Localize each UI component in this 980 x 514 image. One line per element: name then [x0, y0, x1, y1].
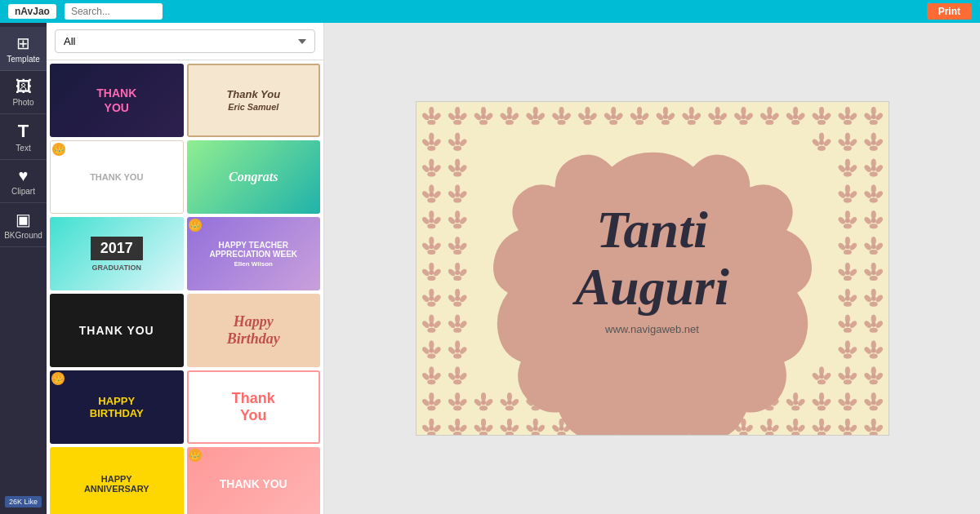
- template-icon: ⊞: [16, 33, 30, 53]
- sidebar-item-label-photo: Photo: [12, 98, 33, 107]
- sidebar-item-bkground[interactable]: ▣ BKGround: [0, 203, 47, 247]
- text-icon: T: [18, 121, 29, 142]
- svg-point-8: [416, 102, 419, 104]
- sidebar-item-photo[interactable]: 🖼 Photo: [0, 71, 47, 114]
- template-card[interactable]: 👑 HAPPYBIRTHDAY: [50, 370, 184, 444]
- sidebar-icons: ⊞ Template 🖼 Photo T Text ♥ Clipart ▣ BK…: [0, 23, 47, 514]
- filter-select[interactable]: All Birthday Thank You Congratulations A…: [55, 29, 315, 53]
- crown-badge: 👑: [52, 143, 65, 156]
- sidebar-item-template[interactable]: ⊞ Template: [0, 27, 47, 71]
- main-layout: ⊞ Template 🖼 Photo T Text ♥ Clipart ▣ BK…: [0, 23, 980, 514]
- photo-icon: 🖼: [16, 78, 32, 96]
- sidebar-item-label-clipart: Clipart: [11, 187, 35, 196]
- svg-point-6: [416, 105, 421, 110]
- sidebar-item-label-text: Text: [16, 144, 30, 153]
- template-card[interactable]: Congrats: [187, 140, 321, 214]
- template-card[interactable]: 👑 HAPPY TEACHERAPPRECIATION WEEKEllen Wi…: [187, 217, 321, 290]
- card-line2: Auguri: [575, 259, 729, 317]
- template-card[interactable]: THANK YOU: [50, 294, 184, 367]
- sidebar-bottom: 26K Like: [2, 490, 45, 514]
- template-card[interactable]: THANKYOU: [50, 64, 184, 137]
- template-card[interactable]: HAPPYANNIVERSARY: [50, 447, 184, 514]
- template-card[interactable]: Thank YouEric Samuel: [187, 64, 321, 137]
- clipart-icon: ♥: [19, 166, 29, 185]
- svg-point-5: [417, 102, 426, 107]
- template-card[interactable]: 👑 THANK YOU: [50, 140, 184, 214]
- sidebar-item-label-bkground: BKGround: [4, 231, 42, 240]
- main-card[interactable]: Tanti Auguri www.navigaweb.net: [416, 101, 889, 436]
- app-logo: nAvJao: [8, 4, 56, 19]
- card-line1: Tanti: [596, 201, 707, 259]
- template-card[interactable]: ThankYou: [187, 370, 321, 444]
- sidebar-item-clipart[interactable]: ♥ Clipart: [0, 160, 47, 203]
- templates-grid: THANKYOU Thank YouEric Samuel 👑 THANK YO…: [47, 60, 323, 514]
- card-main-text: Tanti Auguri: [575, 202, 729, 317]
- print-button[interactable]: Print: [927, 3, 972, 20]
- card-text-container: Tanti Auguri www.navigaweb.net: [575, 202, 729, 335]
- bkground-icon: ▣: [16, 210, 31, 229]
- svg-point-2: [416, 105, 421, 110]
- crown-badge: 👑: [51, 372, 65, 385]
- template-card[interactable]: 👑 THANK YOU: [187, 447, 321, 514]
- card-subtitle: www.navigaweb.net: [575, 323, 729, 335]
- svg-point-1: [417, 102, 426, 107]
- search-input[interactable]: [65, 3, 163, 20]
- templates-filter: All Birthday Thank You Congratulations A…: [47, 23, 323, 60]
- template-card[interactable]: 2017 GRADUATION: [50, 217, 184, 290]
- canvas-area: Tanti Auguri www.navigaweb.net: [324, 23, 980, 514]
- crown-badge: 👑: [189, 219, 202, 232]
- crown-badge: 👑: [189, 449, 202, 462]
- sidebar-item-label-template: Template: [7, 55, 40, 64]
- sidebar-item-text[interactable]: T Text: [0, 114, 47, 160]
- topbar: nAvJao Print: [0, 0, 980, 23]
- fb-like-box[interactable]: 26K Like: [5, 496, 42, 507]
- template-card[interactable]: HappyBirthday: [187, 294, 321, 367]
- templates-panel: All Birthday Thank You Congratulations A…: [47, 23, 324, 514]
